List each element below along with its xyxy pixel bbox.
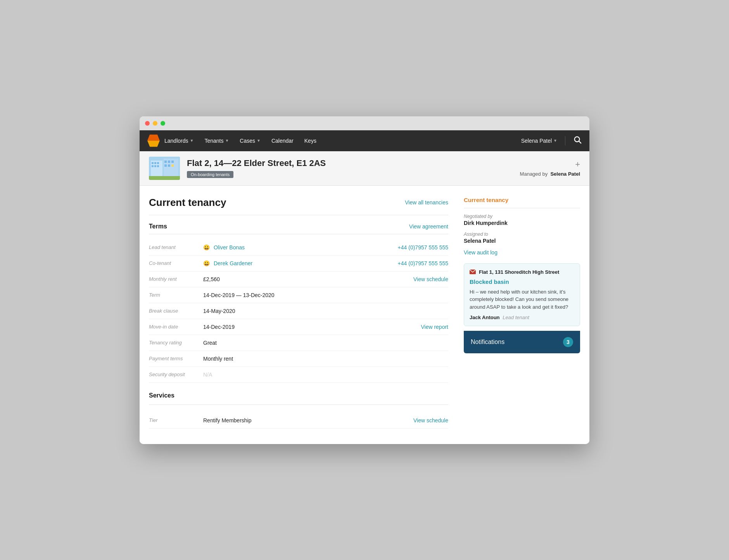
add-property-button[interactable]: + [575, 159, 580, 169]
nav-landlords[interactable]: Landlords ▼ [160, 135, 198, 147]
table-row: Move-in date 14-Dec-2019 View report [149, 319, 448, 335]
svg-rect-13 [171, 161, 174, 163]
svg-rect-17 [149, 176, 180, 180]
property-image [149, 157, 180, 180]
nav-items: Landlords ▼ Tenants ▼ Cases ▼ Calendar K… [160, 135, 521, 147]
property-header: Flat 2, 14—22 Elder Street, E1 2AS On-bo… [140, 151, 589, 186]
close-button[interactable] [145, 121, 150, 126]
user-menu[interactable]: Selena Patel ▼ [521, 138, 557, 144]
field-label: Tier [149, 417, 203, 423]
lead-tenant-phone: +44 (0)7957 555 555 [398, 244, 448, 251]
table-row: Monthly rent £2,560 View schedule [149, 271, 448, 287]
notif-body: Hi – we need help with our kitchen sink,… [470, 288, 574, 311]
chevron-down-icon: ▼ [257, 138, 261, 143]
co-tenant-link[interactable]: Derek Gardener [214, 260, 252, 266]
sidebar-divider [464, 208, 580, 208]
table-row: Break clause 14-May-2020 [149, 303, 448, 319]
field-value: Rentify Membership [203, 417, 413, 423]
svg-rect-6 [154, 162, 156, 164]
table-row: Co-tenant 😀 Derek Gardener +44 (0)7957 5… [149, 256, 448, 271]
co-tenant-phone: +44 (0)7957 555 555 [398, 260, 448, 266]
terms-header: Terms View agreement [149, 223, 448, 234]
notifications-label: Notifications [471, 339, 504, 346]
content-left: Current tenancy View all tenancies Terms… [149, 186, 464, 429]
managed-by: Managed by Selena Patel [520, 171, 580, 177]
sidebar-section-title: Current tenancy [464, 197, 580, 203]
page-title: Current tenancy [149, 197, 226, 209]
table-row: Tenancy rating Great [149, 335, 448, 351]
notification-card: Flat 1, 131 Shoreditch High Street Block… [464, 263, 580, 327]
notif-footer: Jack Antoun Lead tenant [470, 315, 574, 320]
svg-rect-11 [164, 161, 167, 163]
mail-icon [470, 269, 476, 275]
field-value: 14-Dec-2019 [203, 324, 421, 330]
current-tenancy-header: Current tenancy View all tenancies [149, 197, 448, 209]
maximize-button[interactable] [161, 121, 165, 126]
nav-keys[interactable]: Keys [300, 135, 321, 147]
field-label: Break clause [149, 308, 203, 314]
chevron-down-icon: ▼ [225, 138, 229, 143]
navbar: Landlords ▼ Tenants ▼ Cases ▼ Calendar K… [140, 130, 589, 151]
notifications-count-badge: 3 [563, 337, 573, 347]
svg-rect-12 [168, 161, 170, 163]
tenant-emoji: 😀 [203, 244, 210, 251]
svg-rect-9 [154, 165, 156, 167]
notif-property-name: Flat 1, 131 Shoreditch High Street [479, 269, 559, 275]
field-label: Tenancy rating [149, 340, 203, 346]
field-value: 14-May-2020 [203, 308, 448, 314]
lead-tenant-link[interactable]: Oliver Bonas [214, 244, 245, 251]
search-icon[interactable] [573, 135, 582, 146]
notif-issue-title[interactable]: Blocked basin [470, 278, 574, 285]
nav-cases[interactable]: Cases ▼ [235, 135, 265, 147]
field-value: 😀 Derek Gardener [203, 260, 398, 266]
field-value: £2,560 [203, 276, 413, 282]
nav-tenants[interactable]: Tenants ▼ [200, 135, 233, 147]
field-label: Monthly rent [149, 276, 203, 282]
chevron-down-icon: ▼ [190, 138, 194, 143]
field-label: Move-in date [149, 324, 203, 330]
services-title: Services [149, 392, 448, 399]
field-label: Lead tenant [149, 244, 203, 250]
minimize-button[interactable] [153, 121, 157, 126]
chevron-down-icon: ▼ [553, 138, 557, 143]
field-label: Payment terms [149, 356, 203, 361]
svg-rect-8 [152, 165, 154, 167]
negotiated-by-label: Negotiated by [464, 214, 580, 219]
property-info: Flat 2, 14—22 Elder Street, E1 2AS On-bo… [187, 158, 513, 178]
field-label: Co-tenant [149, 260, 203, 266]
titlebar [140, 116, 589, 130]
field-value: 14-Dec-2019 — 13-Dec-2020 [203, 292, 448, 298]
svg-rect-15 [168, 164, 170, 167]
table-row: Tier Rentify Membership View schedule [149, 413, 448, 429]
view-report-link[interactable]: View report [421, 324, 448, 330]
property-address: Flat 2, 14—22 Elder Street, E1 2AS [187, 158, 513, 168]
field-value: 😀 Oliver Bonas [203, 244, 398, 251]
view-all-tenancies-link[interactable]: View all tenancies [405, 199, 448, 206]
notif-property: Flat 1, 131 Shoreditch High Street [470, 269, 574, 275]
view-schedule-services-link[interactable]: View schedule [413, 417, 448, 423]
assigned-to-value: Selena Patel [464, 238, 580, 244]
field-value: Monthly rent [203, 356, 448, 362]
view-agreement-link[interactable]: View agreement [409, 223, 448, 230]
svg-rect-7 [157, 162, 159, 164]
notifications-bar[interactable]: Notifications 3 [464, 331, 580, 353]
divider [149, 404, 448, 405]
field-label: Term [149, 292, 203, 298]
terms-title: Terms [149, 223, 167, 230]
nav-divider [565, 136, 565, 145]
view-audit-log-link[interactable]: View audit log [464, 249, 580, 256]
svg-rect-5 [152, 162, 154, 164]
main-content: Current tenancy View all tenancies Terms… [140, 186, 589, 444]
svg-rect-14 [164, 164, 167, 167]
table-row: Payment terms Monthly rent [149, 351, 448, 367]
svg-rect-10 [157, 165, 159, 167]
view-schedule-link[interactable]: View schedule [413, 276, 448, 282]
field-value: Great [203, 340, 448, 346]
field-value: N/A [203, 372, 448, 378]
nav-right: Selena Patel ▼ [521, 135, 582, 146]
assigned-to-label: Assigned to [464, 232, 580, 237]
nav-calendar[interactable]: Calendar [267, 135, 298, 147]
table-row: Term 14-Dec-2019 — 13-Dec-2020 [149, 287, 448, 303]
content-right: Current tenancy Negotiated by Dirk Humpe… [464, 186, 580, 429]
tenant-emoji: 😀 [203, 260, 210, 266]
